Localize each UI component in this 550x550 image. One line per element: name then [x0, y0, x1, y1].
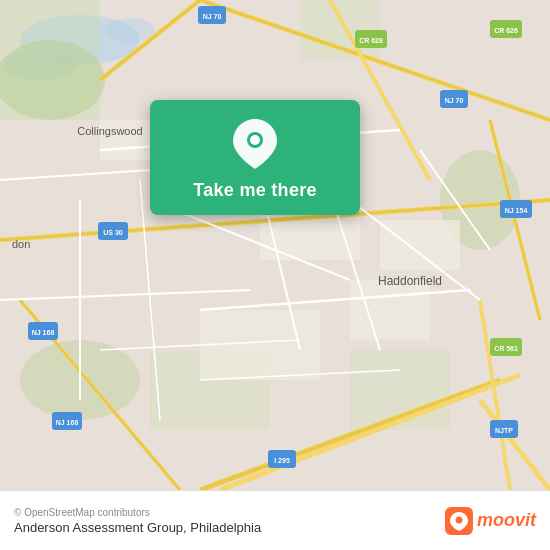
svg-text:I 295: I 295 [274, 457, 290, 464]
svg-text:NJ 168: NJ 168 [32, 329, 55, 336]
svg-text:Collingswood: Collingswood [77, 125, 142, 137]
svg-text:US 30: US 30 [103, 229, 123, 236]
svg-point-74 [455, 516, 462, 523]
svg-point-72 [250, 135, 260, 145]
svg-text:CR 628: CR 628 [359, 37, 383, 44]
moovit-brand-icon [445, 507, 473, 535]
moovit-logo: moovit [445, 507, 536, 535]
svg-text:NJ 70: NJ 70 [445, 97, 464, 104]
footer-destination-title: Anderson Assessment Group, Philadelphia [14, 520, 261, 535]
svg-rect-14 [380, 220, 460, 270]
svg-text:CR 561: CR 561 [494, 345, 518, 352]
take-me-there-button-label: Take me there [193, 180, 317, 201]
map-attribution: © OpenStreetMap contributors [14, 507, 261, 518]
moovit-brand-text: moovit [477, 510, 536, 531]
svg-text:NJ 154: NJ 154 [505, 207, 528, 214]
svg-text:NJ 168: NJ 168 [56, 419, 79, 426]
svg-text:Haddonfield: Haddonfield [378, 274, 442, 288]
footer-info: © OpenStreetMap contributors Anderson As… [14, 507, 261, 535]
svg-text:don: don [12, 238, 30, 250]
svg-point-5 [0, 40, 105, 120]
svg-text:NJ 70: NJ 70 [203, 13, 222, 20]
map-container: NJ 70 CR 626 CR 628 NJ 70 US 30 NJ 154 N… [0, 0, 550, 490]
location-pin-icon [229, 118, 281, 170]
take-me-there-card[interactable]: Take me there [150, 100, 360, 215]
svg-rect-16 [350, 280, 430, 340]
footer-bar: © OpenStreetMap contributors Anderson As… [0, 490, 550, 550]
svg-rect-15 [200, 310, 320, 380]
svg-text:CR 626: CR 626 [494, 27, 518, 34]
svg-point-3 [105, 18, 155, 42]
svg-text:NJTP: NJTP [495, 427, 513, 434]
